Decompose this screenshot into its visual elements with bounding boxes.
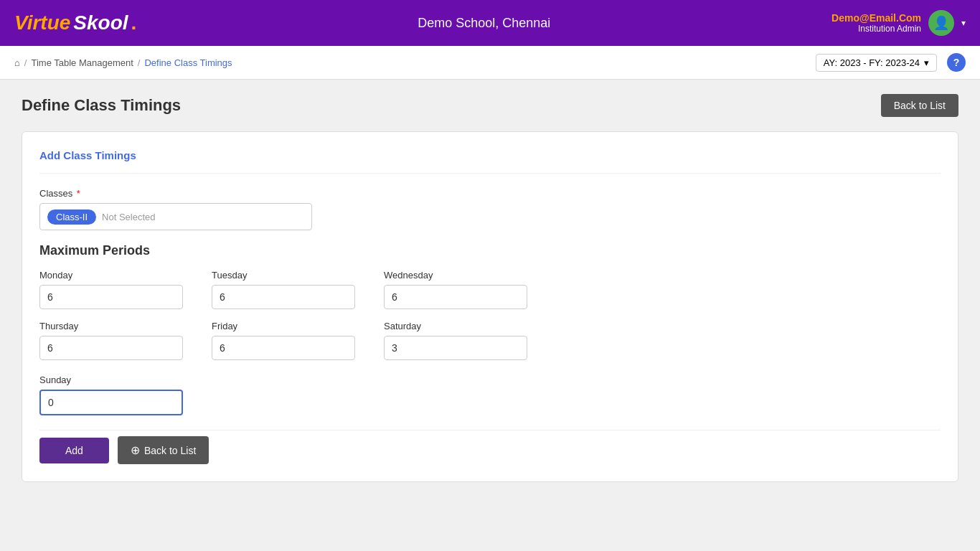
thursday-input[interactable] (39, 336, 183, 360)
monday-input[interactable] (39, 285, 183, 309)
add-button[interactable]: Add (39, 438, 109, 463)
breadcrumb-bar: ⌂ / Time Table Management / Define Class… (0, 46, 980, 80)
wednesday-input[interactable] (384, 285, 527, 309)
user-role: Institution Admin (831, 24, 921, 34)
classes-label: Classes * (39, 188, 941, 199)
breadcrumb-current: Define Class Timings (144, 57, 232, 68)
sunday-input[interactable] (39, 390, 183, 415)
page-header: Define Class Timings Back to List (22, 94, 958, 117)
card-section-title: Add Class Timings (39, 149, 941, 161)
tuesday-input[interactable] (212, 285, 355, 309)
monday-label: Monday (39, 270, 183, 281)
form-card: Add Class Timings Classes * Class-II Not… (22, 131, 958, 482)
page-title: Define Class Timings (22, 96, 181, 115)
circle-plus-icon: ⊕ (131, 443, 140, 457)
saturday-label: Saturday (384, 321, 527, 331)
breadcrumb-timetable[interactable]: Time Table Management (31, 57, 133, 68)
bottom-buttons: Add ⊕ Back to List (39, 430, 941, 464)
back-to-list-label: Back to List (144, 445, 196, 456)
wednesday-period: Wednesday (384, 270, 527, 309)
sunday-label: Sunday (39, 375, 941, 385)
user-info: Demo@Email.Com Institution Admin 👤 ▾ (831, 10, 966, 36)
back-to-list-button-top[interactable]: Back to List (881, 94, 958, 117)
classes-input[interactable]: Class-II Not Selected (39, 203, 312, 230)
logo-dot: . (131, 11, 137, 34)
ay-selector[interactable]: AY: 2023 - FY: 2023-24 ▾ (816, 54, 937, 72)
logo-skool: Skool (73, 11, 128, 34)
avatar[interactable]: 👤 (928, 10, 954, 36)
header: Virtue Skool . Demo School, Chennai Demo… (0, 0, 980, 46)
thursday-period: Thursday (39, 321, 183, 360)
max-periods-group: Maximum Periods Monday Tuesday Wednesday (39, 243, 941, 415)
thursday-label: Thursday (39, 321, 183, 331)
home-icon[interactable]: ⌂ (14, 57, 20, 68)
sunday-row: Sunday (39, 375, 941, 415)
not-selected-text: Not Selected (102, 212, 155, 222)
breadcrumb-sep-1: / (24, 57, 27, 68)
class-tag: Class-II (47, 209, 96, 225)
breadcrumb: ⌂ / Time Table Management / Define Class… (14, 57, 232, 68)
required-marker: * (74, 188, 80, 199)
saturday-period: Saturday (384, 321, 527, 360)
logo: Virtue Skool . (14, 11, 136, 34)
breadcrumb-sep-2: / (138, 57, 141, 68)
school-name: Demo School, Chennai (418, 16, 550, 31)
friday-input[interactable] (212, 336, 355, 360)
ay-dropdown-icon: ▾ (924, 57, 929, 68)
monday-period: Monday (39, 270, 183, 309)
back-to-list-button-bottom[interactable]: ⊕ Back to List (118, 436, 209, 464)
max-periods-title: Maximum Periods (39, 243, 941, 258)
help-button[interactable]: ? (947, 53, 966, 72)
tuesday-period: Tuesday (212, 270, 355, 309)
main-content: Define Class Timings Back to List Add Cl… (0, 80, 980, 496)
periods-grid: Monday Tuesday Wednesday Thursday (39, 270, 941, 360)
breadcrumb-right: AY: 2023 - FY: 2023-24 ▾ ? (816, 53, 966, 72)
card-divider (39, 173, 941, 174)
wednesday-label: Wednesday (384, 270, 527, 281)
saturday-input[interactable] (384, 336, 527, 360)
friday-period: Friday (212, 321, 355, 360)
user-dropdown-arrow[interactable]: ▾ (961, 18, 966, 28)
user-email: Demo@Email.Com (831, 12, 921, 24)
friday-label: Friday (212, 321, 355, 331)
logo-virtue: Virtue (14, 11, 70, 34)
tuesday-label: Tuesday (212, 270, 355, 281)
classes-group: Classes * Class-II Not Selected (39, 188, 941, 230)
ay-selector-text: AY: 2023 - FY: 2023-24 (824, 57, 920, 68)
